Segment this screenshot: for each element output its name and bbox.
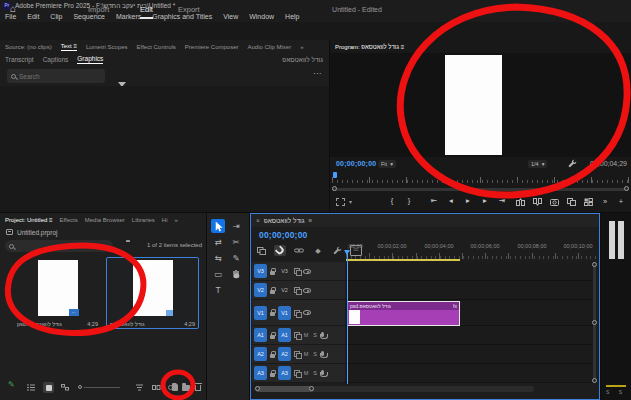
menu-file[interactable]: File: [5, 13, 16, 20]
go-to-out-button[interactable]: ⇥: [498, 196, 506, 205]
project-search-box[interactable]: [5, 240, 113, 252]
viewer-options-chevron-icon[interactable]: ▾: [349, 198, 352, 205]
timeline-settings-wrench-icon[interactable]: [331, 245, 343, 256]
selection-tool[interactable]: [211, 219, 225, 233]
hscroll-handle-left[interactable]: [255, 386, 260, 391]
track-output-eye-icon[interactable]: [303, 288, 311, 293]
subtab-transcript[interactable]: Transcript: [5, 56, 34, 63]
sync-lock-icon[interactable]: [294, 287, 300, 293]
track-target-a3[interactable]: A3: [278, 366, 291, 380]
sync-lock-icon[interactable]: [294, 268, 300, 274]
sync-lock-icon[interactable]: [294, 332, 300, 338]
track-lane-a2[interactable]: [345, 345, 595, 364]
play-button[interactable]: ▸: [464, 196, 472, 205]
selection-zoom-icon[interactable]: [336, 198, 345, 206]
track-output-eye-icon[interactable]: [303, 310, 311, 315]
solo-button[interactable]: S: [312, 332, 318, 338]
home-icon[interactable]: ⌂: [10, 3, 16, 14]
add-marker-icon[interactable]: ◆: [312, 245, 324, 256]
automate-to-sequence-icon[interactable]: [152, 385, 161, 390]
clip-fx-badge[interactable]: fx: [453, 303, 457, 309]
slip-tool[interactable]: ⇆: [211, 251, 225, 265]
timeline-horizontal-scrollbar[interactable]: [254, 386, 534, 392]
mute-button[interactable]: M: [303, 370, 309, 376]
lock-icon[interactable]: [270, 312, 275, 316]
lock-icon[interactable]: [270, 373, 275, 377]
timeline-playhead[interactable]: [347, 254, 348, 384]
project-search-input[interactable]: [17, 243, 97, 250]
list-view-icon[interactable]: [27, 384, 35, 391]
mark-out-button[interactable]: }: [405, 196, 413, 205]
program-playhead[interactable]: [333, 172, 337, 178]
project-item-sequence[interactable]: גודל לוואטסאפ 4;29: [106, 257, 199, 329]
pen-tool[interactable]: ✎: [229, 251, 243, 265]
search-box[interactable]: [7, 69, 105, 83]
track-lane-a3[interactable]: [345, 364, 595, 383]
mute-button[interactable]: M: [303, 351, 309, 357]
tab-lumetri-scopes[interactable]: Lumetri Scopes: [86, 44, 128, 50]
program-scrollbar[interactable]: [332, 186, 629, 192]
source-patch-a1[interactable]: A1: [254, 328, 267, 342]
meter-solo-labels[interactable]: S S: [601, 389, 631, 395]
solo-button[interactable]: S: [312, 351, 318, 357]
track-select-forward-tool[interactable]: ⇥: [229, 219, 243, 233]
hscroll-handle-right[interactable]: [309, 386, 314, 391]
lock-icon[interactable]: [270, 271, 275, 275]
project-item-psd[interactable]: ⋯ גודל לוואטסאפ.psd 4;29: [13, 257, 102, 329]
razor-tool[interactable]: ✂: [229, 235, 243, 249]
tab-audio-clip-mixer[interactable]: Audio Clip Mixer: [248, 44, 292, 50]
zoom-slider-knob[interactable]: [78, 385, 82, 389]
track-lane-v3[interactable]: [345, 262, 595, 281]
menu-markers[interactable]: Markers: [116, 13, 141, 20]
menu-clip[interactable]: Clip: [50, 13, 62, 20]
step-forward-button[interactable]: ▸: [481, 196, 489, 205]
tab-libraries[interactable]: Libraries: [132, 217, 155, 223]
tab-overflow-icon[interactable]: »: [174, 217, 177, 223]
source-patch-a2[interactable]: A2: [254, 347, 267, 361]
export-frame-camera-icon[interactable]: [550, 198, 559, 206]
hand-tool[interactable]: [229, 267, 243, 281]
comparison-view-icon[interactable]: [567, 198, 576, 206]
vscroll-handle-mid[interactable]: [592, 320, 597, 325]
panel-menu-icon[interactable]: ≡: [309, 217, 313, 224]
go-to-in-button[interactable]: ⇤: [430, 196, 438, 205]
fit-dropdown[interactable]: Fit▾: [378, 160, 396, 168]
tab-premiere-composer[interactable]: Premiere Composer: [185, 44, 239, 50]
menu-help[interactable]: Help: [285, 13, 299, 20]
settings-wrench-icon[interactable]: [568, 159, 577, 168]
source-patch-v1[interactable]: V1: [254, 306, 267, 320]
sync-lock-icon[interactable]: [294, 351, 300, 357]
project-breadcrumb[interactable]: Untitled.prproj: [0, 226, 206, 238]
scroll-handle-right[interactable]: [624, 186, 629, 191]
source-patch-v3[interactable]: V3: [254, 264, 267, 278]
tab-media-browser[interactable]: Media Browser: [85, 217, 125, 223]
writable-pencil-icon[interactable]: ✎: [8, 380, 15, 389]
search-input[interactable]: [19, 73, 89, 80]
panel-more-icon[interactable]: ⋯: [313, 69, 321, 78]
track-target-a1[interactable]: A1: [278, 328, 291, 342]
freeform-view-icon[interactable]: [61, 384, 69, 391]
zoom-slider-track[interactable]: [84, 387, 120, 388]
track-lane-a1[interactable]: [345, 326, 595, 345]
vscroll-handle-top[interactable]: [592, 262, 597, 267]
mark-in-button[interactable]: {: [388, 196, 396, 205]
tab-project[interactable]: Project: Untitled ≡: [5, 217, 53, 223]
work-area-bar[interactable]: [346, 259, 460, 261]
playhead-caret[interactable]: [344, 250, 350, 255]
menu-window[interactable]: Window: [249, 13, 274, 20]
subtab-graphics[interactable]: Graphics: [77, 55, 103, 64]
new-bin-icon[interactable]: [182, 385, 190, 391]
track-lane-v2[interactable]: [345, 281, 595, 300]
hscroll-thumb[interactable]: [256, 386, 314, 392]
sync-lock-icon[interactable]: [294, 370, 300, 376]
sort-icon[interactable]: [136, 384, 144, 391]
timeline-ruler[interactable]: ;00;00 00;00;02;00 00;00;04;00 00;00;06;…: [346, 242, 596, 259]
workspace-tab-export[interactable]: Export: [178, 5, 200, 17]
workspace-tab-import[interactable]: Import: [88, 5, 109, 17]
solo-button[interactable]: S: [312, 370, 318, 376]
voiceover-mic-icon[interactable]: [321, 370, 324, 375]
program-time-ruler[interactable]: [332, 173, 629, 183]
multi-camera-icon[interactable]: [584, 198, 593, 206]
panel-menu-icon[interactable]: ≡: [401, 44, 405, 50]
lock-icon[interactable]: [270, 290, 275, 294]
